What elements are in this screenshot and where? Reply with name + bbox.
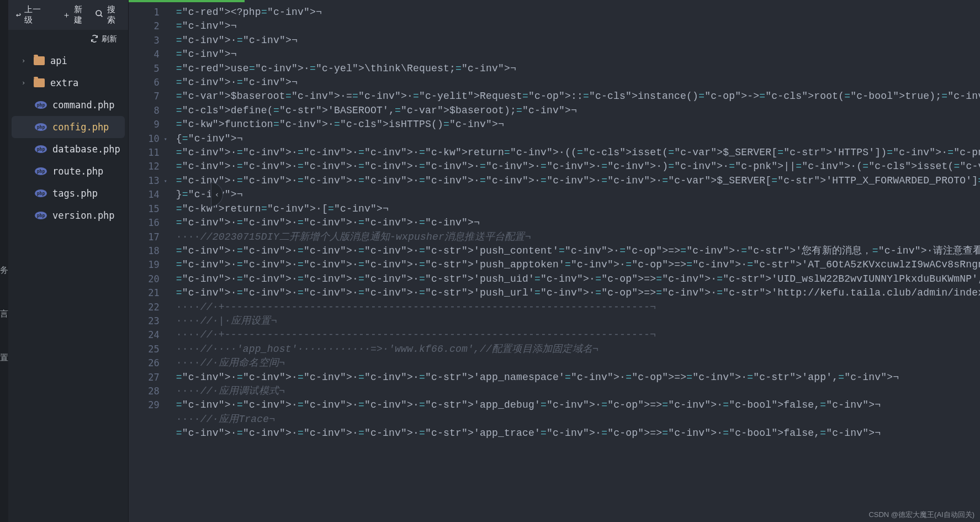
tree-file-tags[interactable]: php tags.php (12, 182, 125, 204)
left-rail: 务 言 置 (0, 0, 8, 522)
tree-file-version[interactable]: php version.php (12, 204, 125, 226)
search-label: 搜索 (107, 4, 118, 25)
search-icon (95, 9, 104, 20)
refresh-button[interactable]: 刷新 (91, 34, 117, 44)
tree-folder-extra[interactable]: › extra (12, 72, 125, 94)
file-tree: › api › extra php command.php php config… (8, 49, 128, 228)
new-label: 新建 (74, 4, 85, 25)
sidebar-subbar: 刷新 (8, 30, 128, 49)
php-icon: php (35, 212, 47, 219)
refresh-icon (91, 35, 98, 44)
tree-item-label: api (50, 55, 67, 66)
up-label: 上一级 (24, 4, 43, 25)
plus-icon: ＋ (62, 10, 71, 20)
tree-item-label: tags.php (52, 188, 98, 199)
sidebar: ↩ 上一级 ＋ 新建 搜索 刷新 (8, 0, 129, 522)
php-icon: php (35, 101, 47, 109)
php-icon: php (35, 167, 47, 175)
reply-arrow-icon: ↩ (16, 10, 21, 20)
tree-item-label: config.php (52, 122, 109, 133)
tree-folder-api[interactable]: › api (12, 50, 125, 72)
chevron-left-icon: ‹ (215, 190, 219, 199)
line-gutter: 1234567891011121314151617181920212223242… (129, 0, 167, 522)
tree-item-label: command.php (52, 99, 115, 110)
tree-file-database[interactable]: php database.php (12, 138, 125, 160)
tree-item-label: version.php (52, 210, 115, 221)
refresh-label: 刷新 (102, 34, 117, 44)
sidebar-toolbar: ↩ 上一级 ＋ 新建 搜索 (8, 0, 128, 30)
php-icon: php (35, 189, 47, 197)
rail-item[interactable]: 置 (0, 352, 8, 363)
editor: 1234567891011121314151617181920212223242… (129, 0, 980, 522)
tree-file-route[interactable]: php route.php (12, 160, 125, 182)
folder-icon (34, 56, 45, 65)
chevron-right-icon: › (22, 79, 28, 87)
up-button[interactable]: ↩ 上一级 (16, 4, 43, 25)
tree-file-config[interactable]: php config.php (12, 116, 125, 138)
svg-point-0 (96, 10, 101, 15)
folder-icon (34, 78, 45, 87)
php-icon: php (35, 123, 47, 131)
rail-item[interactable]: 言 (0, 309, 8, 319)
svg-line-1 (100, 15, 102, 17)
watermark: CSDN @德宏大魔王(AI自动回关) (868, 510, 974, 520)
tree-item-label: route.php (52, 166, 103, 177)
new-button[interactable]: ＋ 新建 (62, 4, 85, 25)
search-button[interactable]: 搜索 (95, 4, 118, 25)
tree-item-label: extra (50, 77, 78, 88)
tree-file-command[interactable]: php command.php (12, 94, 125, 116)
php-icon: php (35, 145, 47, 153)
tree-item-label: database.php (52, 144, 120, 155)
chevron-right-icon: › (22, 57, 28, 65)
code-area[interactable]: ="c-red"><?php="c-inv">¬="c-inv">¬="c-in… (167, 0, 980, 522)
rail-item[interactable]: 务 (0, 265, 8, 276)
